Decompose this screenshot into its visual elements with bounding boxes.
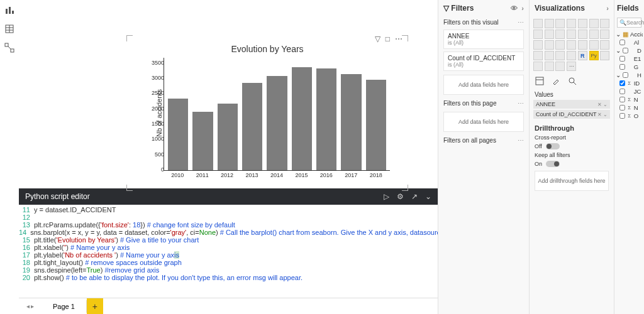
add-drillthrough-well[interactable]: Add drillthrough fields here — [535, 171, 609, 191]
run-script-icon[interactable]: ▷ — [384, 192, 389, 201]
cross-report-toggle[interactable] — [546, 143, 560, 149]
viz-type-multi-row-card[interactable] — [600, 40, 609, 50]
code-line[interactable]: 14sns.barplot(x = x, y = y, data = datas… — [19, 229, 438, 236]
field-row[interactable]: G — [616, 63, 643, 71]
table-node[interactable]: ⌄▦Accid — [616, 30, 643, 38]
collapse-filters-icon[interactable]: › — [521, 4, 524, 12]
section-more-icon[interactable]: ⋯ — [518, 19, 524, 26]
viz-type-map[interactable] — [545, 40, 554, 50]
viz-type-more[interactable]: ⋯ — [567, 62, 576, 71]
viz-type-pie[interactable] — [589, 30, 599, 39]
field-checkbox[interactable] — [619, 80, 625, 86]
field-row[interactable]: ΣN — [616, 95, 643, 104]
field-row[interactable]: ⌄H — [616, 71, 643, 79]
python-visual[interactable]: ▽ □ ⋯ Evolution by Years Nb of accidents… — [129, 38, 406, 188]
viz-type-ribbon[interactable] — [555, 30, 565, 39]
fields-search-input[interactable]: 🔍 Search — [617, 18, 641, 28]
viz-type-scatter[interactable] — [578, 30, 587, 39]
viz-type-gauge[interactable] — [578, 40, 587, 50]
model-view-icon[interactable] — [3, 41, 16, 54]
popout-icon[interactable]: ↗ — [411, 192, 418, 201]
viz-type-kpi[interactable] — [533, 51, 543, 60]
filter-card[interactable]: ANNEE is (All) — [443, 30, 524, 49]
viz-type-funnel[interactable] — [567, 40, 576, 50]
remove-field-icon[interactable]: ✕ ⌄ — [597, 102, 608, 107]
code-line[interactable]: 18plt.tight_layout() # remove spaces out… — [19, 259, 438, 266]
viz-type-key-influencers[interactable] — [600, 51, 609, 60]
code-line[interactable]: 16plt.xlabel('') # Name your y axis — [19, 244, 438, 251]
code-line[interactable]: 11y = dataset.ID_ACCIDENT — [19, 206, 438, 214]
code-line[interactable]: 20plt.show() # to be able to display the… — [19, 274, 438, 281]
format-tab-icon[interactable] — [551, 76, 561, 86]
add-filter-well[interactable]: Add data fields here — [443, 75, 524, 95]
viz-type-stacked-column[interactable] — [555, 19, 565, 28]
viz-type-table[interactable] — [555, 51, 565, 60]
viz-type-line-stacked[interactable] — [545, 30, 554, 39]
field-row[interactable]: ⌄D — [616, 46, 643, 55]
section-more-icon[interactable]: ⋯ — [518, 137, 524, 144]
field-checkbox[interactable] — [619, 97, 625, 102]
section-more-icon[interactable]: ⋯ — [518, 100, 524, 107]
show-filter-icon[interactable]: 👁 — [511, 4, 518, 12]
field-checkbox[interactable] — [623, 48, 628, 53]
field-row[interactable]: ΣID — [616, 79, 643, 87]
add-page-button[interactable]: + — [87, 298, 103, 315]
viz-type-stacked-bar[interactable] — [533, 19, 543, 28]
script-options-icon[interactable]: ⚙ — [397, 192, 404, 201]
viz-type-qa[interactable] — [545, 62, 554, 71]
viz-type-area[interactable] — [589, 19, 599, 28]
viz-type-treemap[interactable] — [533, 40, 543, 50]
data-view-icon[interactable] — [3, 23, 16, 35]
value-field-pill[interactable]: ANNEE✕ ⌄ — [533, 100, 610, 109]
code-line[interactable]: 13plt.rcParams.update({'font.size': 18})… — [19, 221, 438, 229]
add-filter-well[interactable]: Add data fields here — [443, 112, 524, 132]
analytics-tab-icon[interactable] — [567, 76, 577, 86]
field-checkbox[interactable] — [623, 72, 628, 78]
value-field-pill[interactable]: Count of ID_ACCIDENT✕ ⌄ — [533, 110, 610, 119]
viz-type-waterfall[interactable] — [567, 30, 576, 39]
field-row[interactable]: ΣO — [616, 112, 643, 120]
script-editor-body[interactable]: 11y = dataset.ID_ACCIDENT1213plt.rcParam… — [19, 205, 438, 298]
field-checkbox[interactable] — [619, 64, 625, 70]
code-line[interactable]: 19sns.despine(left=True) #remove grid ax… — [19, 266, 438, 274]
collapse-editor-icon[interactable]: ⌄ — [425, 192, 431, 201]
field-row[interactable]: Al — [616, 38, 643, 46]
fields-tab-icon[interactable] — [535, 76, 545, 86]
viz-type-slicer[interactable] — [545, 51, 554, 60]
page-nav[interactable]: ◂ ▸ — [19, 303, 42, 310]
viz-type-clustered-column[interactable] — [567, 19, 576, 28]
code-line[interactable]: 12 — [19, 214, 438, 221]
field-checkbox[interactable] — [619, 56, 625, 62]
viz-type-donut[interactable] — [600, 30, 609, 39]
viz-type-python-visual[interactable]: Py — [589, 51, 599, 60]
remove-field-icon[interactable]: ✕ ⌄ — [597, 112, 608, 117]
page-tab[interactable]: Page 1 — [42, 300, 87, 313]
viz-type-stacked-area[interactable] — [600, 19, 609, 28]
code-line[interactable]: 17plt.ylabel('Nb of accidents ') # Name … — [19, 251, 438, 259]
viz-type-decomposition[interactable] — [533, 62, 543, 71]
report-view-icon[interactable] — [3, 4, 16, 16]
viz-type-filled-map[interactable] — [555, 40, 565, 50]
field-row[interactable]: JC — [616, 87, 643, 95]
field-checkbox[interactable] — [619, 89, 625, 94]
collapse-viz-icon[interactable]: › — [606, 4, 609, 12]
code-line[interactable]: 15plt.title('Evolution by Years') # Give… — [19, 236, 438, 244]
viz-type-line-clustered[interactable] — [533, 30, 543, 39]
filter-card[interactable]: Count of ID_ACCIDENT is (All) — [443, 51, 524, 71]
keep-filters-toggle[interactable] — [546, 161, 560, 167]
viz-type-clustered-bar[interactable] — [545, 19, 554, 28]
viz-type-paginated[interactable] — [555, 62, 565, 71]
viz-type-card[interactable] — [589, 40, 599, 50]
field-row[interactable]: E1 — [616, 55, 643, 63]
viz-type-line[interactable] — [578, 19, 587, 28]
field-checkbox[interactable] — [619, 113, 625, 119]
viz-type-r-visual[interactable]: R — [578, 51, 587, 60]
more-options-icon[interactable]: ⋯ — [395, 35, 402, 43]
focus-mode-icon[interactable]: □ — [386, 35, 390, 43]
viz-type-matrix[interactable] — [567, 51, 576, 60]
filter-icon[interactable]: ▽ — [375, 35, 380, 43]
field-row[interactable]: ΣN — [616, 104, 643, 112]
field-checkbox[interactable] — [619, 105, 625, 111]
report-canvas[interactable]: ▽ □ ⋯ Evolution by Years Nb of accidents… — [19, 0, 438, 188]
field-checkbox[interactable] — [619, 40, 625, 45]
